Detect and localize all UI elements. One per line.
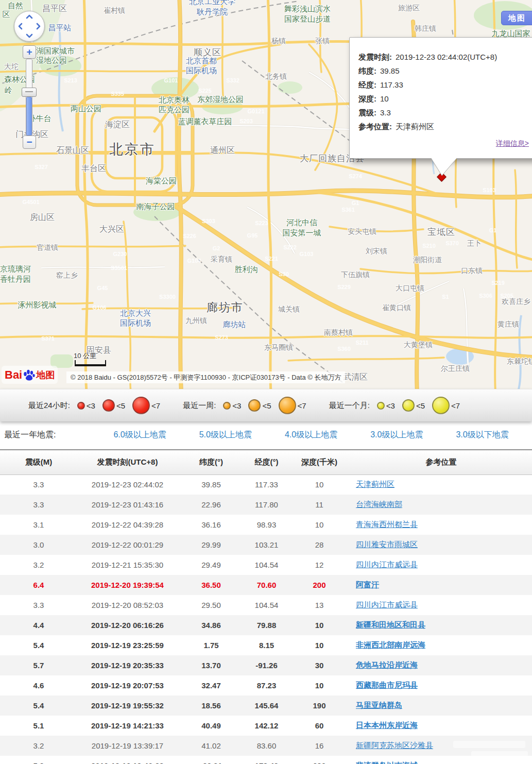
location-link[interactable]: 日本本州东岸近海 [356,721,418,729]
legend-item-label: <3 [87,401,95,410]
legend-circle-orange-small [223,402,231,410]
road-shield-label: S371 [41,335,55,342]
cell-time: 2019-12-21 15:35:30 [77,555,178,575]
col-header-time: 发震时刻(UTC+8) [77,450,178,474]
location-link[interactable]: 新疆阿克苏地区沙雅县 [356,741,433,750]
cell-latitude: 36.16 [178,515,245,535]
table-row: 5.4 2019-12-19 19:55:32 18.56 145.64 190… [0,695,532,716]
table-row: 3.2 2019-12-19 13:39:17 41.02 83.60 16 新… [0,736,532,756]
pan-left-icon[interactable] [17,22,23,30]
filter-link[interactable]: 6.0级以上地震 [113,430,166,440]
infowindow-row-value: 39.85 [380,66,400,75]
cell-depth: 10 [288,635,350,655]
road-shield-label: S361 [341,207,355,213]
cell-time: 2019-12-19 20:35:33 [77,655,178,675]
filter-link[interactable]: 4.0级以上地震 [285,430,337,440]
cell-latitude: 1.75 [178,635,245,655]
road-shield-label: S221 [265,256,278,262]
map-type-button[interactable]: 地图 [501,11,532,25]
location-link[interactable]: 阿富汗 [356,580,379,589]
cell-time: 2019-12-22 04:39:28 [77,515,178,535]
road-shield-label: S370 [445,240,459,246]
table-row: 5.1 2019-12-19 14:21:33 40.49 142.12 60 … [0,716,532,736]
legend-item-label: <3 [232,401,241,410]
legend-bar: 最近24小时: <3 <5 <7 最近一周: <3 <5 <7 最近一个月: <… [0,389,532,421]
location-link[interactable]: 马里亚纳群岛 [356,701,402,709]
cell-magnitude: 5.3 [0,756,77,764]
cell-latitude: 22.96 [178,495,245,515]
road-shield-label: G45 [97,285,108,291]
zoom-slider-handle[interactable] [22,88,37,97]
legend-item-label: <7 [151,401,160,410]
baidu-logo[interactable]: Bai 地图 [2,366,58,384]
cell-latitude: 41.02 [178,736,245,756]
detail-link[interactable]: 详细信息> [496,139,529,147]
map-canvas[interactable]: 自然区昌平区崔村镇昌平站北京工业大学耿丹学院舞彩浅山滨水国家登山步道旅游区韩庄镇… [0,0,532,389]
page: 自然区昌平区崔村镇昌平站北京工业大学耿丹学院舞彩浅山滨水国家登山步道旅游区韩庄镇… [0,0,532,764]
location-link[interactable]: 非洲西北部南岸远海 [356,640,425,649]
cell-depth: 10 [288,675,350,695]
cell-depth: 11 [288,495,350,515]
cell-latitude: 29.50 [178,595,245,615]
road-shield-label: S222 [283,244,297,250]
table-body: 3.3 2019-12-23 02:44:02 39.85 117.33 10 … [0,474,532,764]
location-link[interactable]: 台湾海峡南部 [356,500,402,508]
cell-magnitude: 5.7 [0,655,77,675]
table-row: 6.4 2019-12-20 19:39:54 36.50 70.60 200 … [0,575,532,595]
legend-circle-orange-medium [248,399,261,412]
infowindow-tail [431,158,458,177]
location-link[interactable]: 新疆和田地区和田县 [356,620,425,629]
road-shield-label: S327 [35,164,48,170]
road-shield-label: G230 [113,251,127,257]
cell-time: 2019-12-22 00:01:29 [77,535,178,555]
infowindow-row-label: 震级: [358,108,376,117]
location-link[interactable]: 青海海西州都兰县 [356,520,418,529]
location-link[interactable]: 西藏那曲市尼玛县 [356,681,418,689]
location-link[interactable]: 四川雅安市雨城区 [356,540,418,549]
table-row: 3.1 2019-12-22 04:39:28 36.16 98.93 10 青… [0,515,532,535]
road-shield-label: G4501 [22,199,39,205]
baidu-logo-text: Bai [5,368,22,382]
legend-group-week: 最近一周: <3 <5 <7 [183,397,306,414]
location-link[interactable]: 天津蓟州区 [356,480,394,488]
cell-magnitude: 3.3 [0,474,77,495]
filter-link[interactable]: 5.0级以上地震 [199,430,252,440]
cell-longitude: 178.42 [245,756,288,764]
zoom-in-button[interactable]: + [23,45,36,59]
road-shield-label: S213 [64,77,77,83]
filter-link[interactable]: 3.0级以下地震 [456,430,508,440]
cell-longitude: 83.60 [245,736,288,756]
location-link[interactable]: 四川内江市威远县 [356,560,418,569]
table-row: 5.7 2019-12-19 20:35:33 13.70 -91.26 30 … [0,655,532,675]
pan-right-icon[interactable] [36,22,42,30]
filter-bar: 最近一年地震: 6.0级以上地震5.0级以上地震4.0级以上地震3.0级以上地震… [0,421,532,449]
road-shield-label: S211 [355,339,368,346]
pan-down-icon[interactable] [25,33,33,39]
zoom-out-button[interactable]: − [23,135,36,149]
cell-location: 台湾海峡南部 [350,495,532,515]
location-link[interactable]: 四川内江市威远县 [356,600,418,609]
pan-up-icon[interactable] [25,13,33,20]
road-shield-label: G95 [247,232,258,239]
road-shield-label: S335 [111,91,124,97]
location-link[interactable]: 斐济群岛以南海域 [356,761,418,764]
legend-circle-orange-large [279,397,296,414]
legend-item-label: <7 [298,401,306,410]
cell-magnitude: 3.2 [0,555,77,575]
table-row: 3.3 2019-12-23 01:43:16 22.96 117.80 11 … [0,495,532,515]
legend-circle-yellow-small [377,402,385,410]
cell-depth: 16 [288,736,350,756]
road-shield-label: S223 [255,220,268,226]
cell-time: 2019-12-20 19:39:54 [77,575,178,595]
cell-depth: 10 [288,615,350,635]
location-link[interactable]: 危地马拉沿岸近海 [356,660,418,669]
cell-depth: 12 [288,555,350,575]
cell-depth: 30 [288,655,350,675]
road-shield-label: G1 [352,200,359,206]
scale-label: 10 公里 [74,351,96,361]
filter-label: 最近一年地震: [4,430,56,440]
filter-link[interactable]: 3.0级以上地震 [370,430,423,440]
road-shield-label: S3300 [159,294,176,300]
cell-depth: 10 [288,515,350,535]
infowindow-row: 发震时刻:2019-12-23 02:44:02(UTC+8) [358,50,532,64]
